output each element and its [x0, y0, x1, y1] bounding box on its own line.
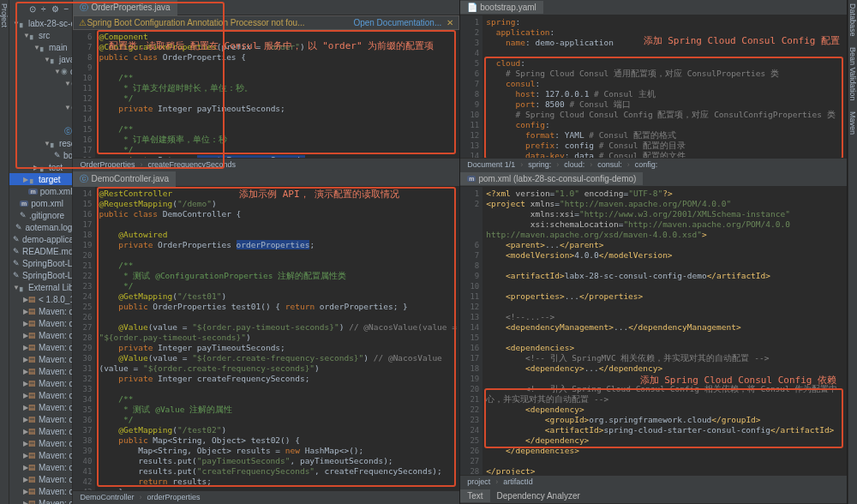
chevron-icon[interactable]: ▼ [44, 56, 51, 63]
divider-icon: ÷ [41, 4, 46, 14]
tree-row[interactable]: ✎SpringBoot-Labs.ipr [9, 257, 72, 269]
tree-row[interactable]: ▶▖test [9, 161, 72, 173]
tree-row[interactable]: ▼▖labx-28-sc-consul-config-demo [9, 17, 72, 29]
code-area[interactable]: 1415161718192021222324252627282930313233… [73, 187, 459, 490]
maven-tab[interactable]: Maven [848, 111, 857, 135]
chevron-icon[interactable]: ▼ [13, 284, 20, 291]
open-doc-link[interactable]: Open Documentation... [353, 18, 441, 27]
lib-icon: ▤ [28, 487, 36, 495]
lib-icon: ▤ [28, 331, 36, 339]
chevron-icon[interactable]: ▶ [33, 164, 40, 171]
tab-bar[interactable]: ⓒDemoController.java [73, 171, 459, 187]
xml-icon: m [467, 176, 476, 182]
tree-row[interactable]: ▼▖src [9, 29, 72, 41]
tree-label: Maven: ch.qos.logback:logback-classic:1.… [39, 307, 72, 316]
tree-row[interactable]: ▶▤Maven: ch.qos.logback:logback-classic:… [9, 305, 72, 317]
database-tab[interactable]: Database [848, 3, 857, 37]
left-tool-sidebar[interactable]: Project [0, 0, 9, 504]
code-area[interactable]: 1267891011121314151617181920212223242526… [460, 187, 847, 475]
tree-row[interactable]: ✎README.md [9, 245, 72, 257]
tree-label: < 1.8.0_144 > /Library/Java/JavaVirtualM… [39, 295, 72, 304]
tree-row[interactable]: ▼▖External Libraries [9, 281, 72, 293]
chevron-icon[interactable]: ▼ [23, 32, 30, 39]
breadcrumb[interactable]: DemoController› orderProperties [73, 490, 459, 504]
lib-icon: ▤ [28, 307, 36, 315]
tree-row[interactable]: ▶▤Maven: com.fasterxml.jackson.core:jack… [9, 341, 72, 353]
code[interactable]: <?xml version="1.0" encoding="UTF-8"?> <… [482, 187, 847, 475]
chevron-icon[interactable]: ▶ [23, 176, 30, 183]
breadcrumb[interactable]: project› artifactId [460, 475, 847, 489]
code[interactable]: @Component @ConfigurationProperties(pref… [95, 30, 459, 158]
tree-row[interactable]: ▶▤Maven: com.ecwid.consul:consul-api:1.4… [9, 329, 72, 341]
collapse-icon[interactable]: − [64, 4, 69, 14]
dep-analyzer-tab[interactable]: Dependency Analyzer [490, 489, 587, 502]
tree-row[interactable]: ▶▤Maven: com.fasterxml.jackson.datatype:… [9, 425, 72, 437]
breadcrumb[interactable]: OrderProperties› createFrequencySeconds [73, 158, 459, 171]
tree-row[interactable]: ⓒDemoApplication [9, 125, 72, 137]
tree-row[interactable]: ▼▖java [9, 53, 72, 65]
code[interactable]: spring: application: name: demo-applicat… [482, 15, 847, 158]
tree-row[interactable]: mpom.xml [9, 197, 72, 209]
chevron-icon[interactable]: ▼ [64, 80, 71, 87]
tree-row[interactable]: ▼◉cn.iocoder.springcloud.labx28.consulde… [9, 65, 72, 77]
tree-row[interactable]: ▶▤Maven: com.fasterxml.jackson.datatype:… [9, 413, 72, 425]
lib-icon: ▤ [28, 379, 36, 387]
chevron-icon[interactable]: ▼ [33, 44, 40, 51]
tree-row[interactable]: ⓒOrderProperties [9, 89, 72, 101]
project-tree[interactable]: ▼▖labx-28-sc-consul-config-demo▼▖src▼▖ma… [9, 17, 72, 504]
tree-row[interactable]: ▶▤< 1.8.0_144 > /Library/Java/JavaVirtua… [9, 293, 72, 305]
code-area[interactable]: 123456789101112131415 spring: applicatio… [460, 15, 847, 158]
chevron-icon[interactable]: ▼ [64, 104, 71, 111]
bottom-tabs[interactable]: Text Dependency Analyzer [460, 489, 847, 504]
tree-row[interactable]: ▶▖target [9, 173, 72, 185]
folder-icon: ▖ [20, 19, 26, 27]
tree-row[interactable]: ▶▤Maven: com.fasterxml.jackson.module:ja… [9, 449, 72, 461]
tree-row[interactable]: ▶▤Maven: com.fasterxml.jackson.core:jack… [9, 353, 72, 365]
package-icon: ◉ [71, 103, 73, 111]
tree-row[interactable]: ✎demo-application.log [9, 233, 72, 245]
tree-row[interactable]: ▼▖main [9, 41, 72, 53]
tree-row[interactable]: ▶▤Maven: com.fasterxml.jackson.core:jack… [9, 377, 72, 389]
tree-row[interactable]: ▶▤Maven: com.fasterxml.jackson.core:jack… [9, 401, 72, 413]
tree-label: cn.iocoder.springcloud.labx28.consuldemo [70, 67, 73, 76]
bean-validation-tab[interactable]: Bean Validation [848, 47, 857, 100]
tree-label: Maven: com.fasterxml.jackson.datatype:ja… [39, 427, 72, 436]
code[interactable]: @RestController @RequestMapping("/demo")… [95, 187, 459, 490]
tree-row[interactable]: ✎SpringBoot-Labs.iws [9, 269, 72, 281]
tab-bar[interactable]: 📄bootstrap.yaml [460, 0, 847, 15]
code-area[interactable]: 6789101112131415161718 @Component @Confi… [73, 30, 459, 158]
tree-row[interactable]: ▶▤Maven: com.fasterxml.jackson.module:ja… [9, 461, 72, 473]
tab-bar[interactable]: mpom.xml (labx-28-sc-consul-config-demo) [460, 171, 847, 187]
tree-row[interactable]: mpom.xml [9, 185, 72, 197]
folder-icon: ▖ [30, 175, 36, 183]
text-tab[interactable]: Text [460, 489, 489, 502]
tab-order-properties[interactable]: ⓒOrderProperties.java [73, 0, 177, 15]
tab-bootstrap[interactable]: 📄bootstrap.yaml [460, 1, 543, 14]
tree-row[interactable]: ⓒDemoController [9, 113, 72, 125]
tree-row[interactable]: ▶▤Maven: com.fasterxml.jackson.core:jack… [9, 365, 72, 377]
tree-row[interactable]: ▼▖resources [9, 137, 72, 149]
chevron-icon[interactable]: ▼ [44, 140, 51, 147]
tree-row[interactable]: ✎bootstrap.yaml [9, 149, 72, 161]
gear-icon[interactable]: ⚙ [51, 4, 59, 14]
tree-row[interactable]: ▶▤Maven: com.fasterxml.jackson.core:jack… [9, 389, 72, 401]
tab-bar[interactable]: ⓒOrderProperties.java [73, 0, 459, 15]
tree-row[interactable]: ▶▤Maven: ch.qos.logback:logback-core:1.2… [9, 317, 72, 329]
breadcrumb[interactable]: Document 1/1› spring:› cloud:› consul:› … [460, 158, 847, 171]
close-icon[interactable]: ✕ [446, 18, 453, 27]
tree-row[interactable]: ✎.gitignore [9, 209, 72, 221]
right-tool-sidebar[interactable]: Database Bean Validation Maven [848, 0, 857, 504]
tree-row[interactable]: ✎aoteman.log [9, 221, 72, 233]
tree-row[interactable]: ▼◉config [9, 77, 72, 89]
project-tab-label[interactable]: Project [0, 3, 9, 501]
chevron-icon[interactable]: ▼ [13, 20, 20, 27]
tree-row[interactable]: ▶▤Maven: com.fasterxml:classmate:1.5.1 [9, 473, 72, 485]
tree-row[interactable]: ▶▤Maven: commons-codec:commons-codec:1.1… [9, 497, 72, 504]
tree-row[interactable]: ▼◉controller [9, 101, 72, 113]
tree-row[interactable]: ▶▤Maven: com.google.code.gson:gson:2.8.6 [9, 485, 72, 497]
tab-pom[interactable]: mpom.xml (labx-28-sc-consul-config-demo) [460, 172, 643, 185]
tree-row[interactable]: ▶▤Maven: com.fasterxml.jackson.datatype:… [9, 437, 72, 449]
target-icon[interactable]: ⊙ [29, 4, 36, 14]
tab-demo-controller[interactable]: ⓒDemoController.java [73, 171, 176, 187]
chevron-icon[interactable]: ▼ [54, 68, 61, 75]
